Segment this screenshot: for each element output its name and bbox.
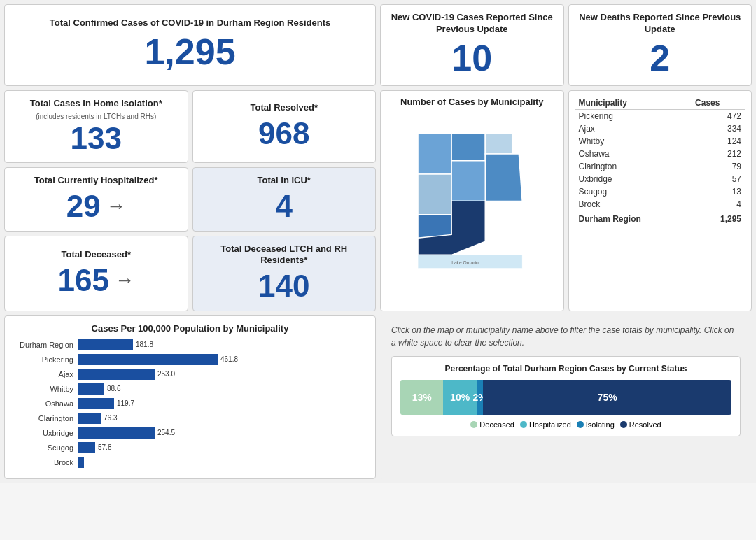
bar-fill (78, 413, 101, 424)
pct-segment-resolved: 75% (483, 380, 732, 415)
pct-legend: DeceasedHospitalizedIsolatingResolved (400, 420, 732, 429)
icu-value: 4 (276, 190, 293, 223)
bar-track: 253.0 (78, 369, 365, 380)
table-row[interactable]: Pickering472 (575, 109, 746, 122)
pct-chart-card: Percentage of Total Durham Region Cases … (391, 356, 741, 437)
muni-cases: 472 (691, 109, 746, 122)
bar-fill (78, 369, 155, 380)
new-cases-card: New COVID-19 Cases Reported Since Previo… (380, 4, 564, 86)
bar-value: 461.8 (220, 355, 238, 363)
bar-value: 181.8 (136, 341, 153, 348)
total-cases-value: 1,295 (144, 32, 235, 72)
whitby-region[interactable] (418, 174, 451, 215)
bar-label: Oshawa (15, 399, 78, 408)
table-row[interactable]: Uxbridge57 (575, 173, 746, 185)
resolved-value: 968 (258, 117, 309, 150)
new-deaths-card: New Deaths Reported Since Previous Updat… (568, 4, 752, 86)
resolved-label: Total Resolved* (250, 102, 318, 114)
legend-item-hospitalized: Hospitalized (520, 420, 571, 429)
deceased-ltch-label: Total Deceased LTCH and RH Residents* (203, 243, 366, 267)
oshawa-region[interactable] (451, 161, 485, 201)
bar-value: 254.5 (158, 429, 175, 436)
bar-value: 57.8 (98, 443, 111, 451)
list-item: Durham Region 181.8 (15, 339, 365, 350)
muni-name: Scugog (575, 185, 692, 198)
deceased-label: Total Deceased* (62, 249, 131, 261)
legend-item-isolating: Isolating (577, 420, 615, 429)
list-item: Uxbridge 254.5 (15, 427, 365, 439)
icu-label: Total in ICU* (258, 175, 311, 187)
bar-track: 119.7 (78, 398, 365, 409)
muni-cases: 13 (691, 185, 746, 198)
bar-track: 181.8 (78, 339, 365, 350)
total-muni-cases: 1,295 (691, 211, 746, 225)
bar-value: 88.6 (107, 385, 120, 392)
bar-track (78, 457, 365, 468)
legend-label: Resolved (629, 420, 662, 429)
table-row[interactable]: Clarington79 (575, 160, 746, 173)
home-isolation-label: Total Cases in Home Isolation* (30, 98, 162, 110)
icu-card: Total in ICU* 4 (192, 167, 377, 231)
hospitalized-arrow-icon: → (106, 195, 126, 218)
list-item: Ajax 253.0 (15, 369, 365, 380)
map-container[interactable]: Lake Ontario (386, 111, 558, 305)
table-row[interactable]: Oshawa212 (575, 148, 746, 160)
muni-cases: 57 (691, 173, 746, 185)
deceased-ltch-card: Total Deceased LTCH and RH Residents* 14… (192, 236, 377, 311)
muni-cases: 79 (691, 160, 746, 173)
dashboard: Total Confirmed Cases of COVID-19 in Dur… (0, 0, 756, 483)
bar-track: 254.5 (78, 427, 365, 439)
clarington-region[interactable] (485, 154, 522, 201)
bar-fill (78, 442, 95, 453)
bar-fill (78, 457, 84, 468)
muni-cases: 334 (691, 122, 746, 135)
new-deaths-label: New Deaths Reported Since Previous Updat… (579, 12, 742, 36)
hospitalized-label: Total Currently Hospitalized* (34, 175, 158, 187)
bar-fill (78, 339, 133, 350)
total-cases-label: Total Confirmed Cases of COVID-19 in Dur… (50, 17, 330, 29)
deceased-card: Total Deceased* 165 → (4, 236, 188, 311)
bar-track: 461.8 (78, 354, 365, 365)
bar-label: Durham Region (15, 341, 78, 349)
info-section: Click on the map or municipality name ab… (380, 315, 752, 479)
deceased-arrow-icon: → (115, 269, 134, 292)
muni-name: Brock (575, 198, 692, 211)
brock-region[interactable] (485, 134, 512, 155)
municipality-map-card[interactable]: Number of Cases by Municipality (380, 90, 564, 311)
bar-value: 76.3 (104, 414, 117, 422)
hospitalized-value: 29 (66, 190, 101, 223)
legend-dot (470, 421, 477, 428)
list-item: Brock (15, 457, 365, 468)
bar-label: Clarington (15, 414, 78, 422)
bar-track: 76.3 (78, 413, 365, 424)
muni-name: Ajax (575, 122, 692, 135)
total-cases-card: Total Confirmed Cases of COVID-19 in Dur… (4, 4, 376, 86)
pct-segment-deceased: 13% (400, 380, 443, 415)
new-deaths-value: 2 (650, 38, 670, 78)
bar-label: Brock (15, 458, 78, 467)
bar-chart-card: Cases Per 100,000 Population by Municipa… (4, 315, 376, 479)
legend-dot (620, 421, 627, 428)
table-row[interactable]: Scugog13 (575, 185, 746, 198)
scugog-region[interactable] (451, 134, 485, 161)
table-row[interactable]: Brock4 (575, 198, 746, 211)
table-row[interactable]: Ajax334 (575, 122, 746, 135)
home-isolation-value: 133 (71, 122, 122, 155)
list-item: Pickering 461.8 (15, 354, 365, 365)
list-item: Clarington 76.3 (15, 413, 365, 424)
table-total-row[interactable]: Durham Region1,295 (575, 211, 746, 225)
hospitalized-card: Total Currently Hospitalized* 29 → (4, 167, 188, 231)
pct-chart-title: Percentage of Total Durham Region Cases … (400, 364, 732, 375)
list-item: Oshawa 119.7 (15, 398, 365, 409)
uxbridge-region[interactable] (418, 134, 451, 175)
legend-dot (520, 421, 527, 428)
list-item: Scugog 57.8 (15, 442, 365, 453)
pct-segment-isolating: 2% (477, 380, 483, 415)
table-row[interactable]: Whitby124 (575, 135, 746, 148)
muni-name: Pickering (575, 109, 692, 122)
muni-name: Whitby (575, 135, 692, 148)
pct-segment-hospitalized: 10% (443, 380, 476, 415)
muni-col-header: Municipality (575, 97, 692, 110)
legend-label: Hospitalized (529, 420, 571, 429)
durham-map[interactable]: Lake Ontario (402, 120, 542, 295)
